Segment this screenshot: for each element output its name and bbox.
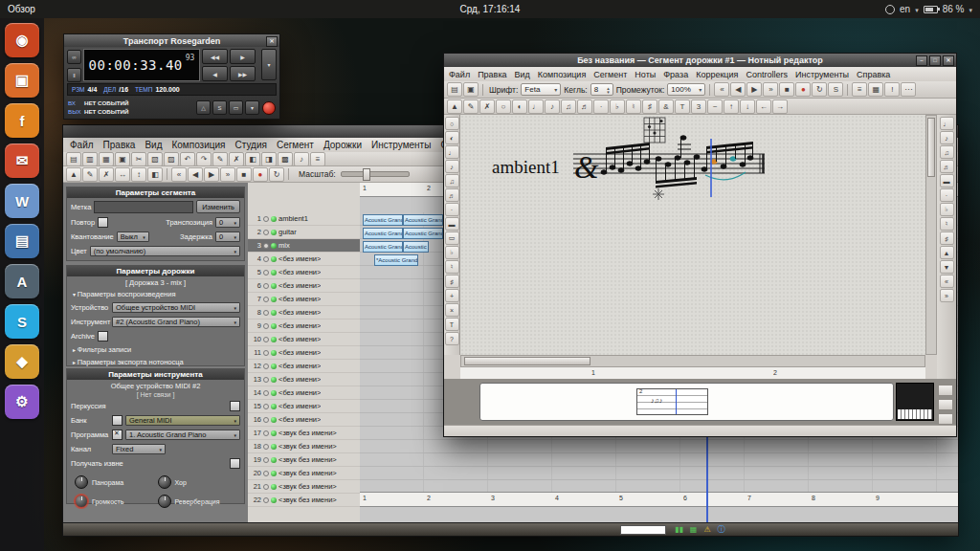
track-parameters-title[interactable]: Параметры дорожки xyxy=(67,266,244,276)
track-name[interactable]: <звук без имени> xyxy=(278,429,337,437)
half-note-icon[interactable]: ◐ xyxy=(512,99,527,114)
segment-block[interactable]: *Acoustic Grand Pia xyxy=(374,254,418,266)
spacing-select[interactable]: 100% xyxy=(667,83,705,96)
playback-parameters-expander[interactable]: Параметры воспроизведения xyxy=(67,288,244,300)
mute-led[interactable] xyxy=(271,404,277,409)
menu-item[interactable]: Фраза xyxy=(659,69,692,80)
zoom-slider[interactable] xyxy=(341,171,410,177)
help-icon[interactable]: ? xyxy=(445,332,459,345)
more-icon[interactable]: ⋯ xyxy=(901,82,916,97)
font-select[interactable]: Feta xyxy=(521,83,561,96)
cut-icon[interactable]: ✂ xyxy=(131,152,146,166)
draw-tool-icon[interactable]: ✎ xyxy=(82,167,98,182)
collapsed-section-expander[interactable]: Фильтры записи xyxy=(67,343,244,356)
menu-item[interactable]: Правка xyxy=(99,139,141,151)
<звук без имени>[interactable]: 18 <звук без имени> xyxy=(248,440,360,453)
solo-icon[interactable]: S xyxy=(828,82,843,97)
amarok-icon[interactable]: A xyxy=(5,264,39,298)
mute-led[interactable] xyxy=(271,457,277,463)
rewind-icon[interactable]: ◀ xyxy=(188,167,203,182)
battery-icon[interactable] xyxy=(924,6,938,13)
fast-forward-icon[interactable]: » xyxy=(220,167,235,182)
repeat-checkbox[interactable] xyxy=(98,217,108,228)
track-name[interactable]: <без имени> xyxy=(278,295,321,303)
<без имени>[interactable]: 13 <без имени> xyxy=(248,373,360,386)
knob-dial[interactable] xyxy=(75,475,88,489)
join-icon[interactable]: ◨ xyxy=(261,152,277,166)
rest-icon[interactable]: ▬ xyxy=(940,174,954,187)
menu-item[interactable]: Инструменты xyxy=(367,139,435,151)
fast-forward-icon[interactable]: » xyxy=(763,82,778,97)
instrument-parameters-title[interactable]: Параметры инструмента xyxy=(67,369,244,380)
loop-button[interactable]: ∞ xyxy=(67,50,81,64)
<без имени>[interactable]: 16 <без имени> xyxy=(248,413,360,427)
knob-dial[interactable] xyxy=(158,495,171,508)
beamed-notes-icon[interactable]: ♫ xyxy=(561,99,576,114)
<без имени>[interactable]: 12 <без имени> xyxy=(248,360,360,373)
track-name[interactable]: <звук без имени> xyxy=(278,442,337,451)
next-bar-button[interactable]: ▶▶ xyxy=(230,66,256,81)
record-arm-led[interactable] xyxy=(263,350,269,356)
record-arm-led[interactable] xyxy=(263,457,269,463)
mute-led[interactable] xyxy=(271,256,277,262)
knob-dial[interactable] xyxy=(75,495,88,508)
transport-options-button[interactable]: ▾ xyxy=(261,49,277,80)
mute-led[interactable] xyxy=(271,484,277,490)
record-arm-led[interactable] xyxy=(263,230,269,235)
erase-tool-icon[interactable]: ✗ xyxy=(479,99,495,114)
menu-item[interactable]: Controllers xyxy=(742,69,791,80)
track-name[interactable]: <звук без имени> xyxy=(278,496,337,504)
menu-item[interactable]: Вид xyxy=(511,69,534,80)
layout-icon[interactable]: ≡ xyxy=(852,82,867,97)
score-overview-strip[interactable]: 2 xyxy=(479,383,894,421)
grand-staff-icon[interactable]: ▤ xyxy=(447,82,462,97)
select-tool-icon[interactable]: ▲ xyxy=(66,167,81,182)
natural-icon[interactable]: ♮ xyxy=(445,260,459,274)
record-arm-led[interactable] xyxy=(263,256,269,262)
prev-bar-button[interactable]: ◀ xyxy=(202,66,228,81)
track-name[interactable]: ambient1 xyxy=(278,214,308,223)
paste-icon[interactable]: ▨ xyxy=(164,152,179,166)
record-arm-led[interactable] xyxy=(263,310,269,316)
ambient1[interactable]: 1 ambient1 xyxy=(248,212,360,226)
<без имени>[interactable]: 7 <без имени> xyxy=(248,293,360,306)
sixteenth-note-icon[interactable]: ♬ xyxy=(577,99,592,114)
zoom-slider-thumb[interactable] xyxy=(363,168,370,181)
half-rest-icon[interactable]: ▭ xyxy=(445,231,459,245)
mute-led[interactable] xyxy=(271,297,277,302)
<звук без имени>[interactable]: 21 <звук без имени> xyxy=(248,480,360,494)
track-name[interactable]: <без имени> xyxy=(278,348,321,357)
<без имени>[interactable]: 14 <без имени> xyxy=(248,386,360,400)
menu-item[interactable]: Файл xyxy=(445,69,474,80)
<без имени>[interactable]: 10 <без имени> xyxy=(248,333,360,346)
new-file-icon[interactable]: ▤ xyxy=(66,152,81,166)
menu-item[interactable]: Правка xyxy=(474,69,510,80)
score-canvas[interactable]: ambient1 & xyxy=(460,115,925,355)
skype-icon[interactable]: S xyxy=(5,304,39,339)
dot-icon[interactable]: · xyxy=(940,188,954,202)
select-tool-icon[interactable]: ▲ xyxy=(447,99,462,114)
rewind-to-start-icon[interactable]: « xyxy=(714,82,729,97)
rewind-to-start-icon[interactable]: « xyxy=(171,167,187,182)
<звук без имени>[interactable]: 20 <звук без имени> xyxy=(248,467,360,480)
minimize-icon[interactable] xyxy=(916,55,927,66)
track-name[interactable]: <без имени> xyxy=(278,308,321,317)
talk-button[interactable]: ▭ xyxy=(229,100,243,115)
draw-tool-icon[interactable]: ✎ xyxy=(463,99,479,114)
print-icon[interactable]: ▣ xyxy=(115,152,130,166)
clef-icon[interactable]: & xyxy=(658,99,674,114)
sixteenth-note-icon[interactable]: ♬ xyxy=(940,160,954,173)
<звук без имени>[interactable]: 17 <звук без имени> xyxy=(248,427,360,440)
track-name[interactable]: <без имени> xyxy=(278,402,321,410)
record-arm-led[interactable] xyxy=(263,484,269,490)
mute-led[interactable] xyxy=(271,497,277,503)
mix[interactable]: 3 mix xyxy=(248,239,360,253)
dot-icon[interactable]: · xyxy=(593,99,609,114)
record-icon[interactable]: ● xyxy=(795,82,811,97)
close-icon[interactable] xyxy=(266,36,278,47)
delay-select[interactable]: 0 xyxy=(215,231,240,242)
mute-led[interactable] xyxy=(271,471,277,476)
rewind-button[interactable]: ◀◀ xyxy=(202,49,228,64)
flat-icon[interactable]: ♭ xyxy=(940,203,954,216)
whole-rest-icon[interactable]: ▬ xyxy=(445,217,459,231)
